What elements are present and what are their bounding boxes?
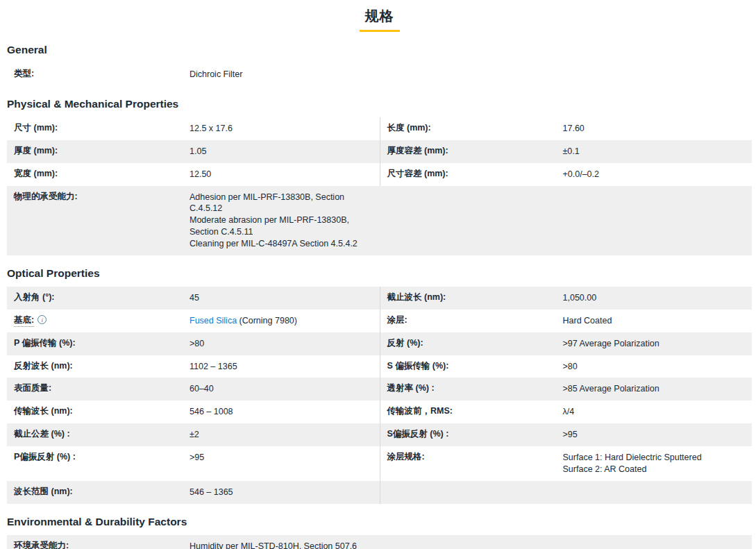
spec-sections: General类型:Dichroic FilterPhysical & Mech… [7,44,752,549]
spec-label: 尺寸容差 (mm): [387,169,563,180]
spec-value: Hard Coated [563,315,612,327]
spec-value-line: Adhesion per MIL-PRF-13830B, Section C.4… [190,192,376,215]
spec-cell-left: 传输波长 (nm):546 – 1008 [7,400,380,423]
specifications-page: 规格 General类型:Dichroic FilterPhysical & M… [0,0,756,549]
spec-section: General类型:Dichroic Filter [7,44,752,86]
spec-cell-right: S偏振反射 (%) :>95 [380,423,753,446]
info-icon[interactable]: i [37,315,47,324]
spec-label: 环境承受能力: [14,541,190,549]
spec-value: >97 Average Polarization [563,338,660,350]
spec-value: >95 [563,429,578,441]
spec-cell-left: 波长范围 (nm):546 – 1365 [7,481,380,504]
spec-link[interactable]: Fused Silica [190,316,237,326]
spec-label: 反射 (%): [387,338,563,349]
spec-table: 入射角 (°):45截止波长 (nm):1,050.00基底:iFused Si… [7,287,752,504]
spec-table: 类型:Dichroic Filter [7,63,752,86]
spec-label-text: 表面质量: [14,383,51,393]
spec-label: S偏振反射 (%) : [387,429,563,440]
spec-value-line: Cleaning per MIL-C-48497A Section 4.5.4.… [190,238,376,250]
spec-row: 入射角 (°):45截止波长 (nm):1,050.00 [7,287,752,310]
spec-value: 45 [190,292,199,304]
spec-label-text: 环境承受能力: [14,541,69,549]
spec-label-text: 物理的承受能力: [14,192,78,201]
spec-value: 17.60 [563,123,585,135]
spec-row: 表面质量:60–40透射率 (%) :>85 Average Polarizat… [7,378,752,400]
spec-cell-left: 尺寸 (mm):12.5 x 17.6 [7,117,380,140]
spec-label: 透射率 (%) : [387,383,563,394]
spec-label: 表面质量: [14,383,190,394]
spec-value: Fused Silica (Corning 7980) [190,315,297,327]
spec-value: >85 Average Polarization [563,383,660,395]
spec-value: 1.05 [190,146,206,158]
spec-label: 类型: [14,69,190,80]
spec-cell-left: 截止公差 (%) :±2 [7,423,380,446]
spec-label-text: 传输波长 (nm): [14,406,73,416]
spec-cell-right: 涂层:Hard Coated [380,310,753,332]
spec-label: 涂层规格: [387,452,563,463]
spec-label-text: 涂层规格: [387,452,425,462]
spec-cell-left: 厚度 (mm):1.05 [7,140,380,163]
spec-label: 尺寸 (mm): [14,123,190,134]
spec-row: 尺寸 (mm):12.5 x 17.6长度 (mm):17.60 [7,117,752,140]
section-heading: Optical Properties [7,267,752,280]
spec-value: >80 [563,361,578,373]
page-title: 规格 [7,7,752,26]
spec-table: 环境承受能力:Humidity per MIL-STD-810H, Sectio… [7,535,752,549]
spec-value: 12.5 x 17.6 [190,123,233,135]
spec-label: P 偏振传输 (%): [14,338,190,349]
spec-value: 12.50 [190,169,211,180]
spec-label-text: S偏振反射 (%) : [387,429,449,439]
spec-cell-left: P 偏振传输 (%):>80 [7,332,380,355]
spec-value-line: Surface 2: AR Coated [563,464,702,475]
spec-row: P 偏振传输 (%):>80反射 (%):>97 Average Polariz… [7,332,752,355]
spec-cell-left: 物理的承受能力:Adhesion per MIL-PRF-13830B, Sec… [7,186,380,255]
spec-cell-left: 类型:Dichroic Filter [7,63,380,86]
spec-row: 环境承受能力:Humidity per MIL-STD-810H, Sectio… [7,535,752,549]
spec-table: 尺寸 (mm):12.5 x 17.6长度 (mm):17.60厚度 (mm):… [7,117,752,255]
spec-label: 波长范围 (nm): [14,487,190,498]
spec-cell-right [380,63,753,86]
spec-value: Adhesion per MIL-PRF-13830B, Section C.4… [190,192,376,250]
spec-value: >95 [190,452,204,464]
spec-label: 涂层: [387,315,563,326]
spec-cell-left: P偏振反射 (%) :>95 [7,446,380,481]
spec-cell-right [380,535,753,549]
spec-label-text: S 偏振传输 (%): [387,361,449,371]
spec-row: 厚度 (mm):1.05厚度容差 (mm):±0.1 [7,140,752,163]
spec-cell-right: 透射率 (%) :>85 Average Polarization [380,378,753,400]
spec-row: 宽度 (mm):12.50尺寸容差 (mm):+0.0/–0.2 [7,163,752,186]
spec-label: 宽度 (mm): [14,169,190,180]
spec-cell-left: 环境承受能力:Humidity per MIL-STD-810H, Sectio… [7,535,380,549]
spec-label-text: P 偏振传输 (%): [14,338,76,348]
spec-label-text: 涂层: [387,315,408,325]
spec-label: P偏振反射 (%) : [14,452,190,463]
spec-section: Physical & Mechanical Properties尺寸 (mm):… [7,98,752,255]
spec-value-line: Moderate abrasion per MIL-PRF-13830B, Se… [190,214,376,238]
spec-cell-right: 反射 (%):>97 Average Polarization [380,332,753,355]
spec-value: +0.0/–0.2 [563,169,599,180]
spec-cell-left: 宽度 (mm):12.50 [7,163,380,186]
spec-label-text: 厚度 (mm): [14,146,58,155]
spec-cell-right: 尺寸容差 (mm):+0.0/–0.2 [380,163,753,186]
spec-value: 60–40 [190,383,214,395]
spec-label-text: 尺寸容差 (mm): [387,169,448,178]
spec-label: 传输波长 (nm): [14,406,190,417]
spec-label: S 偏振传输 (%): [387,361,563,372]
spec-value: λ/4 [563,406,575,418]
spec-row: 基底:iFused Silica (Corning 7980)涂层:Hard C… [7,310,752,332]
spec-label-text: 尺寸 (mm): [14,123,58,133]
section-heading: General [7,44,752,56]
spec-cell-right: 涂层规格:Surface 1: Hard Dielectric Sputtere… [380,446,753,481]
spec-cell-left: 基底:iFused Silica (Corning 7980) [7,310,380,332]
spec-row: P偏振反射 (%) :>95涂层规格:Surface 1: Hard Diele… [7,446,752,481]
spec-row: 传输波长 (nm):546 – 1008传输波前，RMS:λ/4 [7,400,752,423]
spec-label: 物理的承受能力: [14,192,190,203]
spec-label: 截止波长 (nm): [387,292,563,303]
spec-value: Humidity per MIL-STD-810H, Section 507.6… [190,541,376,549]
spec-label: 反射波长 (nm): [14,361,190,372]
spec-label-text: 透射率 (%) : [387,383,435,393]
spec-value-text: (Corning 7980) [237,316,297,326]
spec-label-text: 截止公差 (%) : [14,429,70,439]
spec-cell-right: 长度 (mm):17.60 [380,117,753,140]
spec-value: Surface 1: Hard Dielectric SputteredSurf… [563,452,702,475]
